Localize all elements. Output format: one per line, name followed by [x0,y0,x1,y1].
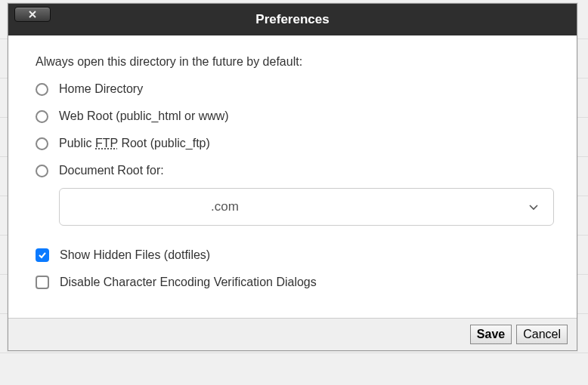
radio-input[interactable] [36,110,48,123]
checkbox-input[interactable] [36,248,49,262]
prompt-text: Always open this directory in the future… [36,55,549,69]
radio-home-directory[interactable]: Home Directory [36,82,549,96]
ftp-abbr: FTP [95,137,118,149]
close-icon [28,10,37,19]
checkbox-label: Disable Character Encoding Verification … [60,276,317,289]
titlebar: Preferences [8,4,577,35]
preferences-dialog: Preferences Always open this directory i… [8,3,577,351]
close-button[interactable] [14,7,51,22]
save-button[interactable]: Save [470,325,512,344]
radio-label: Public FTP Root (public_ftp) [59,137,210,150]
select-value: .com [211,199,239,214]
checkbox-show-hidden[interactable]: Show Hidden Files (dotfiles) [36,248,549,262]
check-icon [38,251,47,260]
radio-input[interactable] [36,165,48,177]
radio-web-root[interactable]: Web Root (public_html or www) [36,109,549,123]
domain-select[interactable]: .com [59,188,554,226]
dialog-footer: Save Cancel [8,318,577,350]
radio-label: Web Root (public_html or www) [59,109,229,123]
dialog-title: Preferences [255,12,329,27]
radio-input[interactable] [36,83,48,96]
radio-document-root[interactable]: Document Root for: [36,164,549,177]
radio-input[interactable] [36,137,48,150]
dialog-body: Always open this directory in the future… [8,35,577,318]
radio-label: Home Directory [59,82,143,96]
chevron-down-icon [528,201,540,213]
checkbox-input[interactable] [36,276,49,289]
cancel-button[interactable]: Cancel [516,325,568,344]
radio-label: Document Root for: [59,164,164,177]
checkbox-label: Show Hidden Files (dotfiles) [60,248,210,262]
checkbox-disable-encoding[interactable]: Disable Character Encoding Verification … [36,276,549,289]
radio-public-ftp[interactable]: Public FTP Root (public_ftp) [36,137,549,150]
